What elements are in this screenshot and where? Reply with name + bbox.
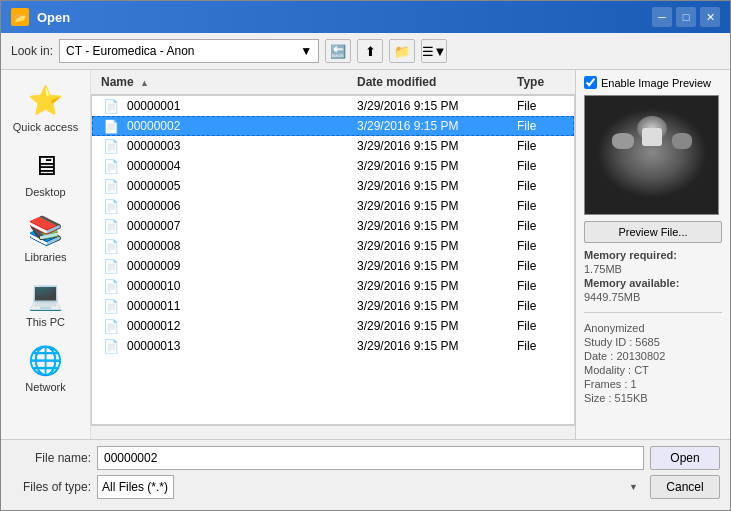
table-row[interactable]: 📄 00000007 3/29/2016 9:15 PM File bbox=[92, 216, 574, 236]
memory-info: Memory required: 1.75MB Memory available… bbox=[584, 249, 722, 303]
table-row[interactable]: 📄 00000004 3/29/2016 9:15 PM File bbox=[92, 156, 574, 176]
anonymized-value: Anonymized bbox=[584, 322, 722, 334]
file-type: File bbox=[511, 118, 571, 134]
memory-required-value: 1.75MB bbox=[584, 263, 722, 275]
file-date: 3/29/2016 9:15 PM bbox=[351, 258, 511, 274]
file-icon: 📄 bbox=[103, 119, 119, 134]
preview-file-button[interactable]: Preview File... bbox=[584, 221, 722, 243]
sidebar-item-this-pc[interactable]: 💻 This PC bbox=[6, 273, 86, 334]
sidebar-item-label: Network bbox=[25, 381, 65, 393]
file-name: 00000013 bbox=[123, 338, 351, 354]
file-icon: 📄 bbox=[103, 99, 119, 114]
file-date: 3/29/2016 9:15 PM bbox=[351, 278, 511, 294]
sidebar-item-desktop[interactable]: 🖥 Desktop bbox=[6, 143, 86, 204]
file-date: 3/29/2016 9:15 PM bbox=[351, 338, 511, 354]
table-row[interactable]: 📄 00000006 3/29/2016 9:15 PM File bbox=[92, 196, 574, 216]
file-name: 00000011 bbox=[123, 298, 351, 314]
file-name: 00000001 bbox=[123, 98, 351, 114]
ct-spine-shape bbox=[642, 128, 662, 146]
file-type: File bbox=[511, 218, 571, 234]
lookin-dropdown[interactable]: CT - Euromedica - Anon ▼ bbox=[59, 39, 319, 63]
file-area: Name ▲ Date modified Type 📄 00000001 3/2… bbox=[91, 70, 575, 439]
table-row[interactable]: 📄 00000001 3/29/2016 9:15 PM File bbox=[92, 96, 574, 116]
table-row[interactable]: 📄 00000012 3/29/2016 9:15 PM File bbox=[92, 316, 574, 336]
sidebar: ⭐ Quick access 🖥 Desktop 📚 Libraries 💻 T… bbox=[1, 70, 91, 439]
libraries-icon: 📚 bbox=[28, 214, 63, 247]
enable-preview-checkbox[interactable] bbox=[584, 76, 597, 89]
desktop-icon: 🖥 bbox=[32, 149, 60, 182]
file-name: 00000002 bbox=[123, 118, 351, 134]
new-folder-button[interactable]: 📁 bbox=[389, 39, 415, 63]
lookin-label: Look in: bbox=[11, 44, 53, 58]
preview-panel: Enable Image Preview Preview File... Mem… bbox=[575, 70, 730, 439]
table-row[interactable]: 📄 00000003 3/29/2016 9:15 PM File bbox=[92, 136, 574, 156]
file-date: 3/29/2016 9:15 PM bbox=[351, 98, 511, 114]
cancel-button[interactable]: Cancel bbox=[650, 475, 720, 499]
modality-value: Modality : CT bbox=[584, 364, 722, 376]
file-icon: 📄 bbox=[103, 299, 119, 314]
sidebar-item-label: Quick access bbox=[13, 121, 78, 133]
table-row[interactable]: 📄 00000013 3/29/2016 9:15 PM File bbox=[92, 336, 574, 356]
preview-image bbox=[584, 95, 719, 215]
column-name[interactable]: Name ▲ bbox=[95, 72, 351, 92]
ct-organ1-shape bbox=[612, 133, 634, 149]
filename-label: File name: bbox=[11, 451, 91, 465]
horizontal-scrollbar[interactable] bbox=[91, 425, 575, 439]
file-icon: 📄 bbox=[103, 159, 119, 174]
this-pc-icon: 💻 bbox=[28, 279, 63, 312]
filename-row: File name: Open bbox=[11, 446, 720, 470]
file-type: File bbox=[511, 98, 571, 114]
memory-available-value: 9449.75MB bbox=[584, 291, 722, 303]
table-row[interactable]: 📄 00000010 3/29/2016 9:15 PM File bbox=[92, 276, 574, 296]
dicom-info: Anonymized Study ID : 5685 Date : 201308… bbox=[584, 322, 722, 404]
main-area: ⭐ Quick access 🖥 Desktop 📚 Libraries 💻 T… bbox=[1, 70, 730, 439]
table-row[interactable]: 📄 00000011 3/29/2016 9:15 PM File bbox=[92, 296, 574, 316]
file-icon: 📄 bbox=[103, 239, 119, 254]
file-icon: 📄 bbox=[103, 319, 119, 334]
filename-input[interactable] bbox=[97, 446, 644, 470]
filetype-label: Files of type: bbox=[11, 480, 91, 494]
file-name: 00000007 bbox=[123, 218, 351, 234]
view-button[interactable]: ☰▼ bbox=[421, 39, 447, 63]
sidebar-item-network[interactable]: 🌐 Network bbox=[6, 338, 86, 399]
maximize-button[interactable]: □ bbox=[676, 7, 696, 27]
column-date[interactable]: Date modified bbox=[351, 72, 511, 92]
network-icon: 🌐 bbox=[28, 344, 63, 377]
sidebar-item-libraries[interactable]: 📚 Libraries bbox=[6, 208, 86, 269]
file-icon: 📄 bbox=[103, 139, 119, 154]
sidebar-item-label: Libraries bbox=[24, 251, 66, 263]
sidebar-item-label: This PC bbox=[26, 316, 65, 328]
ct-organ2-shape bbox=[672, 133, 692, 149]
toolbar: Look in: CT - Euromedica - Anon ▼ 🔙 ⬆ 📁 … bbox=[1, 33, 730, 70]
file-list-container[interactable]: 📄 00000001 3/29/2016 9:15 PM File 📄 0000… bbox=[91, 95, 575, 425]
file-type: File bbox=[511, 298, 571, 314]
close-button[interactable]: ✕ bbox=[700, 7, 720, 27]
filetype-select-wrapper: All Files (*.*) bbox=[97, 475, 644, 499]
column-type[interactable]: Type bbox=[511, 72, 571, 92]
sidebar-item-quick-access[interactable]: ⭐ Quick access bbox=[6, 78, 86, 139]
study-id-value: Study ID : 5685 bbox=[584, 336, 722, 348]
date-value: Date : 20130802 bbox=[584, 350, 722, 362]
file-date: 3/29/2016 9:15 PM bbox=[351, 218, 511, 234]
file-type: File bbox=[511, 198, 571, 214]
minimize-button[interactable]: ─ bbox=[652, 7, 672, 27]
open-button[interactable]: Open bbox=[650, 446, 720, 470]
table-row[interactable]: 📄 00000009 3/29/2016 9:15 PM File bbox=[92, 256, 574, 276]
table-row[interactable]: 📄 00000005 3/29/2016 9:15 PM File bbox=[92, 176, 574, 196]
table-row[interactable]: 📄 00000008 3/29/2016 9:15 PM File bbox=[92, 236, 574, 256]
file-icon: 📄 bbox=[103, 179, 119, 194]
back-button[interactable]: 🔙 bbox=[325, 39, 351, 63]
table-row[interactable]: 📄 00000002 3/29/2016 9:15 PM File bbox=[92, 116, 574, 136]
divider bbox=[584, 312, 722, 313]
file-type: File bbox=[511, 338, 571, 354]
filetype-select[interactable]: All Files (*.*) bbox=[97, 475, 174, 499]
memory-required-label: Memory required: bbox=[584, 249, 722, 261]
file-type: File bbox=[511, 138, 571, 154]
up-button[interactable]: ⬆ bbox=[357, 39, 383, 63]
file-date: 3/29/2016 9:15 PM bbox=[351, 178, 511, 194]
enable-preview-label[interactable]: Enable Image Preview bbox=[601, 77, 711, 89]
file-icon: 📄 bbox=[103, 199, 119, 214]
memory-available-label: Memory available: bbox=[584, 277, 722, 289]
file-date: 3/29/2016 9:15 PM bbox=[351, 198, 511, 214]
file-icon: 📄 bbox=[103, 339, 119, 354]
